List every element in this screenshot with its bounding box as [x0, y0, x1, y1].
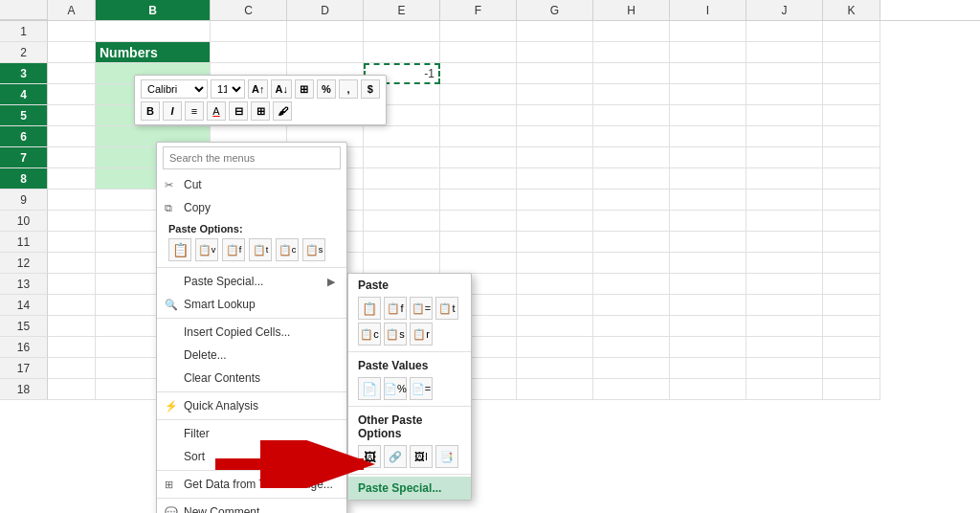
- cell-i5[interactable]: [670, 105, 746, 126]
- cell-i6[interactable]: [670, 126, 746, 147]
- cell-g1[interactable]: [517, 21, 593, 42]
- italic-btn[interactable]: I: [163, 101, 182, 121]
- cell-h4[interactable]: [593, 84, 670, 105]
- cm-item-delete[interactable]: Delete...: [157, 344, 346, 367]
- cm-item-clear-contents[interactable]: Clear Contents: [157, 367, 346, 390]
- psm-paste-icon-4[interactable]: 📋t: [435, 297, 458, 320]
- cell-k4[interactable]: [823, 84, 880, 105]
- paste-icon-2[interactable]: 📋v: [195, 238, 218, 261]
- cell-b1[interactable]: [96, 21, 211, 42]
- cell-g5[interactable]: [517, 105, 593, 126]
- cell-e6[interactable]: [364, 126, 440, 147]
- font-size-select[interactable]: 11: [211, 79, 245, 99]
- cell-f3[interactable]: [440, 63, 517, 84]
- bold-btn[interactable]: B: [141, 101, 160, 121]
- cell-b2[interactable]: Numbers: [96, 42, 211, 63]
- cell-h5[interactable]: [593, 105, 670, 126]
- paint-btn[interactable]: 🖌: [273, 101, 292, 121]
- cell-g4[interactable]: [517, 84, 593, 105]
- cell-g2[interactable]: [517, 42, 593, 63]
- cell-i8[interactable]: [670, 168, 746, 190]
- cell-k6[interactable]: [823, 126, 880, 147]
- psm-paste-icon-2[interactable]: 📋f: [384, 297, 407, 320]
- cell-a6[interactable]: [48, 126, 96, 147]
- cell-i2[interactable]: [670, 42, 746, 63]
- cell-h8[interactable]: [593, 168, 670, 190]
- cell-h6[interactable]: [593, 126, 670, 147]
- cell-a1[interactable]: [48, 21, 96, 42]
- cell-f7[interactable]: [440, 147, 517, 168]
- cell-j4[interactable]: [746, 84, 823, 105]
- cell-c2[interactable]: [211, 42, 287, 63]
- cm-item-new-comment[interactable]: 💬 New Comment: [157, 501, 346, 513]
- psm-values-icon-2[interactable]: 📄%: [384, 377, 407, 400]
- paste-icon-1[interactable]: 📋: [168, 238, 191, 261]
- cell-f8[interactable]: [440, 168, 517, 190]
- cell-e1[interactable]: [364, 21, 440, 42]
- cm-search-input[interactable]: [163, 146, 341, 169]
- psm-paste-icon-3[interactable]: 📋=: [410, 297, 433, 320]
- cell-a3[interactable]: [48, 63, 96, 84]
- percent-btn[interactable]: %: [317, 79, 336, 99]
- cell-f4[interactable]: [440, 84, 517, 105]
- psm-paste-icon-7[interactable]: 📋r: [410, 323, 433, 346]
- cell-f1[interactable]: [440, 21, 517, 42]
- psm-other-icon-2[interactable]: 🔗: [384, 445, 407, 468]
- cell-f6[interactable]: [440, 126, 517, 147]
- cell-a7[interactable]: [48, 147, 96, 168]
- cell-j8[interactable]: [746, 168, 823, 190]
- cell-g3[interactable]: [517, 63, 593, 84]
- cell-e2[interactable]: [364, 42, 440, 63]
- cell-a2[interactable]: [48, 42, 96, 63]
- paste-icon-4[interactable]: 📋t: [249, 238, 272, 261]
- cell-h1[interactable]: [593, 21, 670, 42]
- psm-other-icon-4[interactable]: 📑: [435, 445, 458, 468]
- border-btn[interactable]: ⊟: [229, 101, 248, 121]
- cell-d2[interactable]: [287, 42, 364, 63]
- cm-item-cut[interactable]: ✂ Cut: [157, 173, 346, 196]
- currency-btn[interactable]: $: [361, 79, 380, 99]
- font-color-btn[interactable]: A: [207, 101, 226, 121]
- cell-j3[interactable]: [746, 63, 823, 84]
- psm-other-icon-3[interactable]: 🖼l: [410, 445, 433, 468]
- cell-g6[interactable]: [517, 126, 593, 147]
- cell-f5[interactable]: [440, 105, 517, 126]
- paste-icon-5[interactable]: 📋c: [276, 238, 299, 261]
- cell-h2[interactable]: [593, 42, 670, 63]
- increase-font-btn[interactable]: A↑: [248, 79, 268, 99]
- paste-icon-6[interactable]: 📋s: [302, 238, 325, 261]
- cell-j6[interactable]: [746, 126, 823, 147]
- cell-j1[interactable]: [746, 21, 823, 42]
- cell-i7[interactable]: [670, 147, 746, 168]
- cell-a8[interactable]: [48, 168, 96, 190]
- cm-item-insert-copied[interactable]: Insert Copied Cells...: [157, 321, 346, 344]
- merge-btn[interactable]: ⊞: [251, 101, 270, 121]
- cm-item-smart-lookup[interactable]: 🔍 Smart Lookup: [157, 293, 346, 316]
- cell-i4[interactable]: [670, 84, 746, 105]
- cell-k2[interactable]: [823, 42, 880, 63]
- decrease-font-btn[interactable]: A↓: [271, 79, 291, 99]
- cell-a5[interactable]: [48, 105, 96, 126]
- cell-k7[interactable]: [823, 147, 880, 168]
- cell-h3[interactable]: [593, 63, 670, 84]
- cell-h7[interactable]: [593, 147, 670, 168]
- cm-item-quick-analysis[interactable]: ⚡ Quick Analysis: [157, 394, 346, 417]
- cell-g7[interactable]: [517, 147, 593, 168]
- psm-paste-icon-5[interactable]: 📋c: [358, 323, 381, 346]
- cell-k3[interactable]: [823, 63, 880, 84]
- cell-e8[interactable]: [364, 168, 440, 190]
- align-btn[interactable]: ≡: [185, 101, 204, 121]
- cell-i3[interactable]: [670, 63, 746, 84]
- cell-f2[interactable]: [440, 42, 517, 63]
- cell-a4[interactable]: [48, 84, 96, 105]
- cell-c1[interactable]: [211, 21, 287, 42]
- paste-icon-3[interactable]: 📋f: [222, 238, 245, 261]
- cell-k1[interactable]: [823, 21, 880, 42]
- font-family-select[interactable]: Calibri: [141, 79, 208, 99]
- cell-e7[interactable]: [364, 147, 440, 168]
- cell-j7[interactable]: [746, 147, 823, 168]
- format-cells-btn[interactable]: ⊞: [295, 79, 314, 99]
- comma-btn[interactable]: ,: [339, 79, 358, 99]
- psm-paste-icon-6[interactable]: 📋s: [384, 323, 407, 346]
- cm-item-paste-special[interactable]: Paste Special... ▶: [157, 270, 346, 293]
